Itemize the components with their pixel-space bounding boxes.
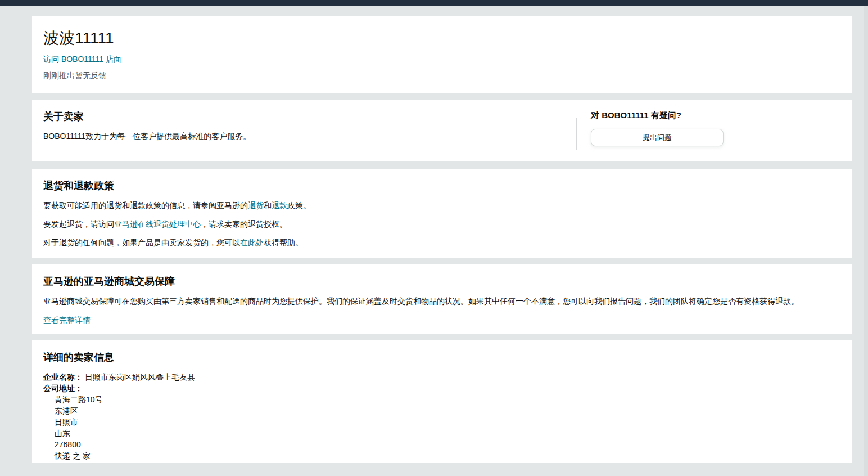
address-postcode: 276800 — [55, 439, 841, 450]
returns-policy-paragraph: 要获取可能适用的退货和退款政策的信息，请参阅亚马逊的退货和退款政策。 — [43, 200, 841, 211]
ask-question-column: 对 BOBO11111 有疑问? 提出问题 — [577, 110, 841, 151]
returns-p2-end-text: ，请求卖家的退货授权。 — [201, 219, 287, 228]
page-title: 波波11111 — [43, 29, 841, 48]
returns-p2-text: 要发起退货，请访问 — [43, 219, 114, 228]
marketplace-guarantee-card: 亚马逊的亚马逊商城交易保障 亚马逊商城交易保障可在您购买由第三方卖家销售和配送的… — [32, 264, 852, 334]
guarantee-description: 亚马逊商城交易保障可在您购买由第三方卖家销售和配送的商品时为您提供保护。我们的保… — [43, 295, 841, 307]
address-district: 东港区 — [55, 405, 841, 416]
about-seller-heading: 关于卖家 — [43, 110, 565, 123]
company-address-row: 公司地址： — [43, 383, 841, 394]
business-name-label: 企业名称： — [43, 372, 83, 381]
address-province: 山东 — [55, 428, 841, 439]
get-help-here-link[interactable]: 在此处 — [240, 238, 264, 247]
returns-p1-mid-text: 和 — [264, 201, 272, 210]
feedback-row: 刚刚推出暂无反馈 — [43, 71, 841, 81]
business-name-row: 企业名称： 日照市东岗区娟风风叠上毛友县 — [43, 371, 841, 383]
refund-policy-link[interactable]: 退款 — [272, 201, 287, 210]
initiate-return-paragraph: 要发起退货，请访问亚马逊在线退货处理中心，请求卖家的退货授权。 — [43, 218, 841, 230]
feedback-separator — [112, 71, 112, 81]
business-name-value: 日照市东岗区娟风风叠上毛友县 — [85, 372, 195, 381]
about-seller-description: BOBO11111致力于为每一位客户提供最高标准的客户服务。 — [43, 131, 565, 142]
seller-header-card: 波波11111 访问 BOBO11111 店面 刚刚推出暂无反馈 — [32, 16, 852, 93]
ask-question-button[interactable]: 提出问题 — [591, 129, 724, 146]
feedback-status: 刚刚推出暂无反馈 — [43, 71, 106, 81]
returns-p1-end-text: 政策。 — [287, 201, 311, 210]
storefront-link[interactable]: 访问 BOBO11111 店面 — [43, 55, 121, 65]
return-policy-link[interactable]: 退货 — [248, 201, 264, 210]
returns-p3-text: 对于退货的任何问题，如果产品是由卖家发货的，您可以 — [43, 238, 240, 247]
about-seller-card: 关于卖家 BOBO11111致力于为每一位客户提供最高标准的客户服务。 对 BO… — [32, 100, 852, 161]
about-seller-column: 关于卖家 BOBO11111致力于为每一位客户提供最高标准的客户服务。 — [43, 110, 576, 151]
returns-p3-end-text: 获得帮助。 — [264, 238, 303, 247]
view-full-details-link[interactable]: 查看完整详情 — [43, 316, 91, 326]
guarantee-heading: 亚马逊的亚马逊商城交易保障 — [43, 275, 841, 288]
address-city: 日照市 — [55, 416, 841, 428]
returns-policy-heading: 退货和退款政策 — [43, 179, 841, 192]
question-heading: 对 BOBO11111 有疑问? — [591, 110, 841, 121]
address-street: 黄海二路10号 — [55, 394, 841, 405]
top-navigation-bar — [0, 0, 868, 6]
company-address-label: 公司地址： — [43, 384, 83, 393]
address-extra: 快递 之 家 — [55, 450, 841, 461]
seller-details-card: 详细的卖家信息 企业名称： 日照市东岗区娟风风叠上毛友县 公司地址： 黄海二路1… — [32, 340, 852, 463]
return-help-paragraph: 对于退货的任何问题，如果产品是由卖家发货的，您可以在此处获得帮助。 — [43, 237, 841, 248]
online-return-center-link[interactable]: 亚马逊在线退货处理中心 — [114, 219, 201, 228]
company-address-block: 黄海二路10号 东港区 日照市 山东 276800 快递 之 家 — [55, 394, 841, 461]
returns-policy-card: 退货和退款政策 要获取可能适用的退货和退款政策的信息，请参阅亚马逊的退货和退款政… — [32, 169, 852, 258]
scrollbar[interactable] — [864, 6, 868, 476]
returns-p1-text: 要获取可能适用的退货和退款政策的信息，请参阅亚马逊的 — [43, 201, 248, 210]
seller-details-heading: 详细的卖家信息 — [43, 351, 841, 364]
